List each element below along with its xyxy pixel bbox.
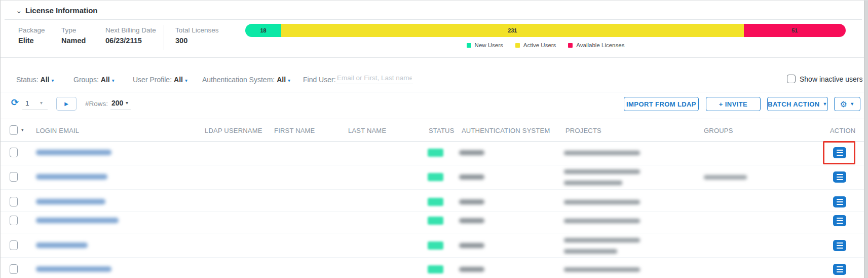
row-divider xyxy=(1,257,864,258)
row-divider xyxy=(1,233,864,233)
hamburger-menu-icon xyxy=(837,152,843,154)
row-divider xyxy=(1,165,864,165)
scrollbar-track[interactable] xyxy=(864,1,868,278)
hamburger-menu-icon xyxy=(837,201,843,203)
row-divider xyxy=(1,211,864,212)
redacted-login-email-link[interactable] xyxy=(36,199,105,204)
row-action-menu-button[interactable] xyxy=(833,264,846,275)
hamburger-menu-icon xyxy=(837,199,843,200)
redacted-projects-text xyxy=(564,200,640,204)
hamburger-menu-icon xyxy=(837,271,843,273)
hamburger-menu-icon xyxy=(837,269,843,270)
hamburger-menu-icon xyxy=(837,155,843,156)
redacted-projects-text xyxy=(564,249,617,254)
table-body xyxy=(1,1,868,278)
redacted-login-email-link[interactable] xyxy=(36,218,119,223)
hamburger-menu-icon xyxy=(837,204,843,205)
redacted-login-email-link[interactable] xyxy=(36,150,111,155)
redacted-projects-text xyxy=(564,219,640,223)
redacted-auth-system-text xyxy=(459,150,484,155)
redacted-auth-system-text xyxy=(459,175,484,180)
row-action-menu-button[interactable] xyxy=(833,171,846,183)
row-checkbox[interactable] xyxy=(10,197,18,206)
redacted-auth-system-text xyxy=(459,267,484,272)
row-checkbox[interactable] xyxy=(10,216,18,225)
redacted-status-badge xyxy=(428,173,443,181)
hamburger-menu-icon xyxy=(837,220,843,222)
redacted-projects-text xyxy=(564,181,622,185)
row-checkbox[interactable] xyxy=(10,148,18,157)
hamburger-menu-icon xyxy=(837,177,843,178)
redacted-login-email-link[interactable] xyxy=(36,242,88,248)
redacted-projects-text xyxy=(564,267,640,272)
redacted-status-badge xyxy=(428,149,443,157)
redacted-auth-system-text xyxy=(459,243,484,248)
hamburger-menu-icon xyxy=(837,242,843,244)
row-action-menu-button[interactable] xyxy=(833,215,846,226)
redacted-projects-text xyxy=(564,238,640,242)
row-divider xyxy=(1,189,864,190)
row-checkbox[interactable] xyxy=(10,264,18,274)
hamburger-menu-icon xyxy=(837,223,843,224)
redacted-groups-text xyxy=(704,175,747,180)
user-management-screen: ⌄ License Information Package Elite Type… xyxy=(0,0,868,278)
redacted-status-badge xyxy=(428,217,443,225)
hamburger-menu-icon xyxy=(837,218,843,219)
redacted-login-email-link[interactable] xyxy=(36,174,107,180)
row-action-menu-button[interactable] xyxy=(833,196,846,207)
hamburger-menu-icon xyxy=(837,245,843,247)
hamburger-menu-icon xyxy=(837,248,843,249)
redacted-auth-system-text xyxy=(459,199,484,204)
row-action-menu-button[interactable] xyxy=(833,240,846,251)
redacted-status-badge xyxy=(428,198,443,206)
row-checkbox[interactable] xyxy=(10,172,18,182)
redacted-projects-text xyxy=(564,151,640,155)
hamburger-menu-icon xyxy=(837,266,843,268)
redacted-status-badge xyxy=(428,241,443,250)
hamburger-menu-icon xyxy=(837,179,843,181)
redacted-status-badge xyxy=(428,265,443,273)
redacted-auth-system-text xyxy=(459,218,484,223)
row-checkbox[interactable] xyxy=(10,240,18,250)
redacted-projects-text xyxy=(564,169,640,174)
hamburger-menu-icon xyxy=(837,150,843,151)
hamburger-menu-icon xyxy=(837,174,843,176)
redacted-login-email-link[interactable] xyxy=(36,266,111,272)
row-action-menu-button[interactable] xyxy=(833,147,846,158)
